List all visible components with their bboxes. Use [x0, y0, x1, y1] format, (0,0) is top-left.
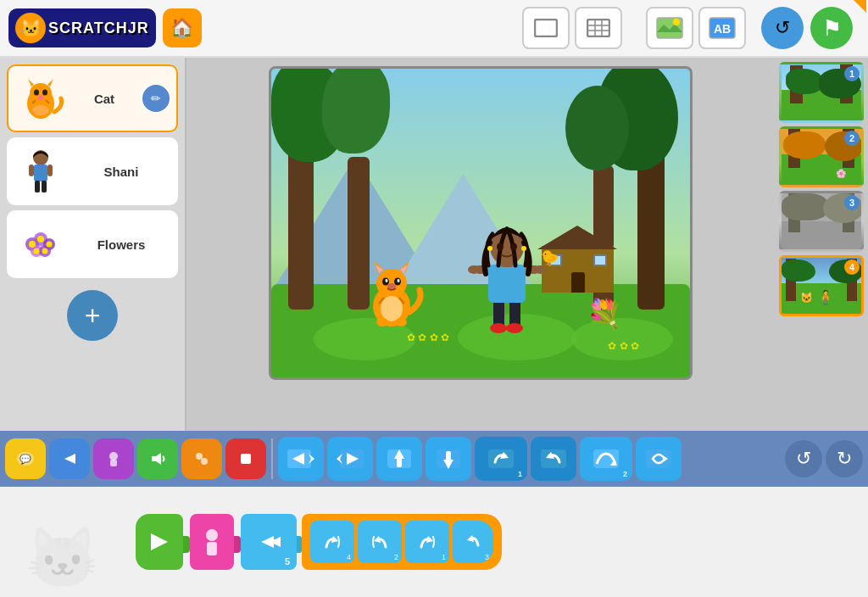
svg-point-66 — [521, 246, 526, 251]
trigger-category-button[interactable]: 💬 — [5, 438, 46, 479]
repeat-group[interactable]: 4 2 1 3 — [302, 514, 502, 570]
move-down-block[interactable] — [426, 437, 471, 481]
svg-text:💬: 💬 — [19, 453, 31, 465]
move-5-block[interactable]: 5 — [241, 514, 297, 570]
svg-point-64 — [510, 243, 517, 251]
script-blocks: 5 4 2 1 3 — [136, 514, 502, 570]
cat-thumb — [15, 73, 66, 124]
text-button[interactable]: AB — [698, 7, 746, 49]
nav-right: ↺ ⚑ — [761, 7, 853, 49]
flowers-label: Flowers — [73, 237, 170, 252]
svg-rect-23 — [47, 165, 53, 176]
svg-point-7 — [673, 19, 680, 25]
home-button[interactable]: 🏠 — [163, 8, 202, 47]
looks-block[interactable] — [190, 514, 234, 570]
palette-divider — [271, 438, 273, 479]
svg-point-55 — [506, 323, 523, 333]
turn-right-block[interactable]: 1 — [475, 437, 527, 481]
sprite-item-flowers[interactable]: Flowers — [7, 210, 178, 278]
undo-button[interactable]: ↺ — [785, 440, 822, 477]
scene-4[interactable]: 🐱 🧍 4 — [779, 255, 864, 316]
svg-marker-12 — [28, 79, 34, 86]
looks-category-button[interactable] — [93, 438, 134, 479]
toolbar-group — [522, 7, 622, 49]
ground-flowers: ✿ ✿ ✿ ✿ — [407, 332, 449, 343]
svg-text:AB: AB — [714, 22, 731, 36]
control-category-button[interactable] — [181, 438, 222, 479]
shani-thumb — [15, 146, 66, 197]
svg-marker-102 — [374, 536, 381, 543]
svg-point-11 — [30, 83, 52, 103]
scene-1[interactable]: 1 — [779, 62, 864, 123]
move-right-block[interactable] — [278, 437, 324, 481]
stage: ✿ ✿ ✿ ✿ ✿ ✿ ✿ 💐 🐤 — [269, 66, 693, 380]
cabin-window-right — [593, 254, 607, 266]
sprite-item-shani[interactable]: Shani — [7, 137, 178, 205]
spin-block[interactable] — [636, 437, 682, 481]
cabin-door — [571, 272, 585, 293]
scene-2-num: 2 — [844, 131, 860, 146]
svg-rect-56 — [488, 265, 526, 303]
svg-rect-25 — [42, 181, 47, 192]
scene-3-num: 3 — [844, 195, 860, 210]
cabin-roof — [537, 226, 617, 249]
flag-button[interactable]: ⚑ — [810, 7, 853, 49]
svg-rect-88 — [488, 449, 514, 468]
svg-marker-72 — [152, 453, 161, 465]
hop-block[interactable]: 2 — [580, 437, 632, 481]
svg-point-47 — [381, 296, 403, 321]
svg-point-15 — [42, 90, 47, 96]
svg-point-49 — [395, 318, 407, 326]
svg-point-97 — [206, 529, 218, 541]
svg-point-74 — [201, 458, 208, 465]
svg-rect-98 — [207, 542, 217, 555]
svg-point-63 — [497, 243, 504, 251]
svg-rect-1 — [587, 20, 609, 36]
tree-top-4 — [565, 86, 629, 170]
svg-point-73 — [196, 453, 203, 460]
stage-button[interactable] — [522, 7, 570, 49]
undo-redo-group: ↺ ↻ — [785, 440, 863, 477]
ground-flowers-2: ✿ ✿ ✿ — [608, 340, 639, 352]
svg-marker-103 — [426, 536, 433, 543]
turn-left-block[interactable] — [531, 437, 576, 481]
tree-trunk-1 — [288, 140, 314, 310]
svg-point-44 — [386, 279, 388, 282]
script-area: 🐱 5 4 2 — [0, 487, 868, 597]
svg-point-48 — [376, 318, 388, 326]
sprite-panel: Cat ✏ Shani — [0, 58, 186, 431]
flowers-sprite: 💐 — [587, 297, 622, 331]
svg-marker-13 — [47, 79, 53, 86]
motion-category-button[interactable] — [49, 438, 90, 479]
svg-point-16 — [37, 95, 44, 100]
scene-3[interactable]: 3 — [779, 191, 864, 252]
end-category-button[interactable] — [225, 438, 266, 479]
svg-rect-75 — [241, 454, 251, 464]
sprite-item-cat[interactable]: Cat ✏ — [7, 64, 178, 132]
sound-category-button[interactable] — [137, 438, 178, 479]
grid-button[interactable] — [575, 7, 622, 49]
svg-point-14 — [34, 90, 39, 96]
flowers-thumb — [15, 219, 66, 270]
flag-trigger-block[interactable] — [136, 514, 183, 570]
svg-point-17 — [32, 105, 49, 115]
move-up-block[interactable] — [376, 437, 422, 481]
svg-point-54 — [490, 323, 507, 333]
svg-point-70 — [109, 452, 118, 460]
move-left-block[interactable] — [327, 437, 373, 481]
svg-point-32 — [37, 236, 44, 243]
logo-cat-icon: 🐱 — [15, 13, 46, 43]
edit-cat-button[interactable]: ✏ — [142, 85, 170, 112]
logo: 🐱 SCRATCHJR — [8, 8, 156, 47]
svg-point-35 — [42, 248, 48, 254]
replay-button[interactable]: ↺ — [761, 7, 804, 49]
svg-point-45 — [398, 279, 400, 282]
cat-sprite — [360, 251, 424, 331]
add-sprite-button[interactable]: + — [67, 290, 118, 341]
landscape-button[interactable] — [646, 7, 693, 49]
cat-label: Cat — [73, 92, 136, 106]
svg-point-31 — [29, 241, 36, 248]
redo-button[interactable]: ↻ — [826, 440, 863, 477]
scene-2[interactable]: 🌸 2 — [779, 126, 864, 187]
shani-label: Shani — [73, 165, 170, 179]
